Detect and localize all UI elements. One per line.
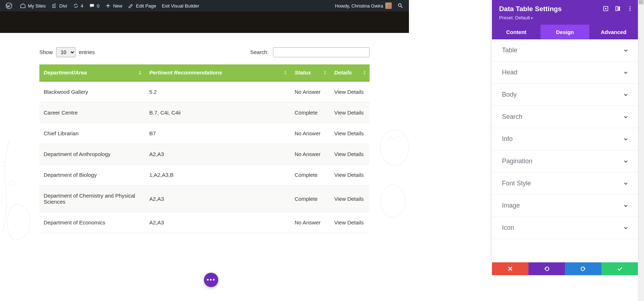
accordion-font-style[interactable]: Font Style (492, 173, 638, 195)
accordion-head[interactable]: Head (492, 62, 638, 84)
cell-dept: Department of Chemistry and Physical Sci… (39, 185, 145, 212)
cell-details: View Details (330, 102, 370, 123)
view-details-link[interactable]: View Details (334, 89, 364, 95)
updates-count: 4 (81, 3, 83, 9)
cell-rec: A2,A3 (145, 212, 290, 233)
divi-icon (52, 3, 57, 9)
table-controls: Show 10 entries Search: (39, 47, 370, 57)
site-link[interactable]: Divi (49, 0, 70, 11)
accordion-search[interactable]: Search (492, 106, 638, 128)
accordion-icon[interactable]: Icon (492, 217, 638, 239)
save-button[interactable] (601, 262, 638, 275)
search-input[interactable] (273, 47, 370, 57)
edit-page-label: Edit Page (136, 3, 156, 9)
col-recommendations[interactable]: Pertinent Recommendations▲▼ (145, 64, 290, 81)
view-details-link[interactable]: View Details (334, 172, 364, 178)
page-scrollbar[interactable] (638, 0, 644, 301)
cell-details: View Details (330, 123, 370, 144)
cell-status: No Answer (290, 123, 330, 144)
tab-advanced[interactable]: Advanced (589, 25, 638, 39)
accordion-body[interactable]: Body (492, 84, 638, 106)
user-avatar-icon (385, 3, 392, 9)
site-label: Divi (59, 3, 67, 9)
panel-footer (492, 262, 638, 275)
new-label: New (113, 3, 122, 9)
table-row: Department of Biology 1,A2,A3,B Complete… (39, 165, 370, 185)
search-toggle[interactable] (395, 0, 406, 11)
accordion-label: Head (502, 69, 517, 76)
table-row: Career Centre B.7, C4i, C4ii Complete Vi… (39, 102, 370, 123)
exit-vb-link[interactable]: Exit Visual Builder (159, 0, 202, 11)
cancel-button[interactable] (492, 262, 528, 275)
accordion-table[interactable]: Table (492, 39, 638, 62)
decorative-garlic-icon (373, 112, 416, 237)
cell-status: Complete (290, 165, 330, 185)
cell-status: No Answer (290, 212, 330, 233)
show-label: Show (39, 49, 53, 55)
exit-vb-label: Exit Visual Builder (162, 3, 199, 9)
cell-status: Complete (290, 185, 330, 212)
svg-rect-1 (52, 5, 54, 8)
cell-status: Complete (290, 102, 330, 123)
comments-link[interactable]: 0 (86, 0, 102, 11)
col-department[interactable]: Department/Area▲▼ (39, 64, 145, 81)
view-details-link[interactable]: View Details (334, 130, 364, 136)
snap-icon[interactable] (615, 6, 621, 11)
view-details-link[interactable]: View Details (334, 151, 364, 157)
preset-dropdown[interactable]: Preset: Default (499, 15, 631, 20)
module-options-fab[interactable]: ••• (204, 273, 218, 287)
table-row: Blackwood Gallery 5.2 No Answer View Det… (39, 81, 370, 102)
accordion-pagination[interactable]: Pagination (492, 150, 638, 173)
updates-link[interactable]: 4 (70, 0, 86, 11)
redo-button[interactable] (565, 262, 601, 275)
chevron-down-icon (624, 204, 628, 208)
cell-dept: Department of Economics (39, 212, 145, 233)
view-details-link[interactable]: View Details (334, 219, 364, 225)
cell-dept: Chief Librarian (39, 123, 145, 144)
howdy-link[interactable]: Howdy, Christina Gwira (332, 0, 395, 11)
view-details-link[interactable]: View Details (334, 196, 364, 202)
my-sites-link[interactable]: My Sites (17, 0, 49, 11)
wp-admin-bar: My Sites Divi 4 0 New Edit Page Exit Vis… (0, 0, 409, 11)
chevron-down-icon (624, 48, 628, 53)
pencil-icon (128, 3, 134, 9)
hero-banner (0, 11, 409, 33)
accordion-label: Font Style (502, 180, 531, 187)
chevron-down-icon (624, 137, 628, 141)
cell-rec: A2,A3 (145, 144, 290, 165)
entries-select[interactable]: 10 (56, 47, 75, 57)
chevron-down-icon (624, 93, 628, 97)
cell-details: View Details (330, 165, 370, 185)
col-status[interactable]: Status▲▼ (290, 64, 330, 81)
table-row: Chief Librarian B7 No Answer View Detail… (39, 123, 370, 144)
comment-icon (89, 3, 95, 9)
cell-rec: A2,A3 (145, 185, 290, 212)
accordion-image[interactable]: Image (492, 195, 638, 217)
expand-icon[interactable] (603, 6, 609, 11)
undo-button[interactable] (528, 262, 565, 275)
col-details[interactable]: Details▲▼ (330, 64, 370, 81)
cell-status: No Answer (290, 81, 330, 102)
accordion-label: Pagination (502, 157, 532, 165)
page-content: Show 10 entries Search: Department/Area▲… (0, 33, 409, 233)
cell-dept: Blackwood Gallery (39, 81, 145, 102)
accordion-label: Table (502, 47, 517, 54)
kebab-icon[interactable] (627, 6, 633, 11)
cell-status: No Answer (290, 144, 330, 165)
dots-icon: ••• (207, 276, 216, 284)
decorative-olive-icon (0, 133, 25, 241)
svg-point-3 (398, 4, 401, 6)
chevron-down-icon (624, 71, 628, 75)
tab-design[interactable]: Design (541, 25, 589, 39)
view-details-link[interactable]: View Details (334, 110, 364, 116)
wp-logo[interactable] (3, 0, 17, 11)
edit-page-link[interactable]: Edit Page (125, 0, 159, 11)
chevron-down-icon (624, 115, 628, 119)
chevron-down-icon (624, 226, 628, 230)
tab-content[interactable]: Content (492, 25, 541, 39)
comments-count: 0 (97, 3, 99, 9)
svg-point-8 (380, 185, 405, 217)
accordion-info[interactable]: Info (492, 128, 638, 150)
search-label: Search: (250, 49, 269, 55)
new-link[interactable]: New (102, 0, 125, 11)
